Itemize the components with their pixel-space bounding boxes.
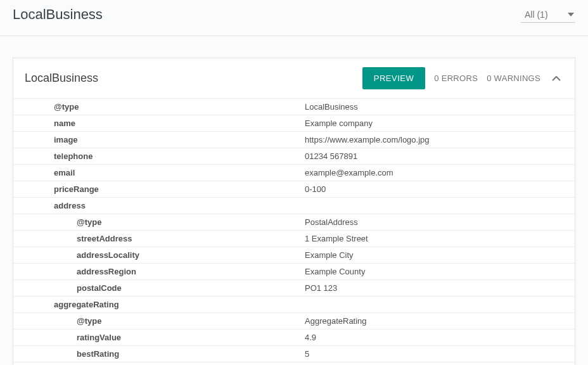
card-title: LocalBusiness (25, 72, 98, 85)
property-value: Example City (305, 248, 575, 262)
page-title: LocalBusiness (13, 6, 103, 23)
property-key: bestRating (13, 347, 305, 361)
property-value: 4.9 (305, 330, 575, 345)
property-key: address (13, 198, 305, 213)
property-key: name (13, 116, 305, 131)
preview-button[interactable]: PREVIEW (362, 67, 425, 89)
property-key: addressLocality (13, 248, 305, 262)
property-key: @type (13, 99, 305, 114)
property-value: Example County (305, 264, 575, 279)
property-key: telephone (13, 149, 305, 163)
property-value (305, 203, 575, 208)
table-row: priceRange 0-100 (13, 181, 575, 197)
property-value: LocalBusiness (305, 99, 575, 114)
filter-label: All (1) (525, 10, 548, 20)
table-row: ratingValue 4.9 (13, 329, 575, 345)
table-row-group: aggregateRating (13, 296, 575, 312)
table-row: telephone 01234 567891 (13, 148, 575, 164)
table-row: streetAddress 1 Example Street (13, 230, 575, 247)
property-key: @type (13, 215, 305, 229)
property-key: aggregateRating (13, 297, 305, 312)
table-row: ratingCount 1000 (13, 362, 575, 365)
table-row: addressRegion Example County (13, 263, 575, 279)
warnings-count[interactable]: 0 WARNINGS (487, 74, 540, 83)
result-card: LocalBusiness PREVIEW 0 ERRORS 0 WARNING… (13, 58, 575, 365)
property-value: PO1 123 (305, 281, 575, 295)
property-value: https://www.example.com/logo.jpg (305, 132, 575, 147)
property-value: 5 (305, 347, 575, 361)
table-row: image https://www.example.com/logo.jpg (13, 131, 575, 148)
table-row-group: address (13, 197, 575, 214)
filter-dropdown[interactable]: All (1) (521, 7, 575, 23)
table-row: @type PostalAddress (13, 214, 575, 230)
table-row: email example@example.com (13, 164, 575, 181)
property-key: addressRegion (13, 264, 305, 279)
property-key: @type (13, 314, 305, 328)
table-row: postalCode PO1 123 (13, 279, 575, 296)
property-value: example@example.com (305, 165, 575, 180)
property-key: streetAddress (13, 231, 305, 246)
property-table: @type LocalBusiness name Example company… (13, 98, 575, 365)
property-value: AggregateRating (305, 314, 575, 328)
property-key: ratingValue (13, 330, 305, 345)
property-value: Example company (305, 116, 575, 131)
property-value: 1 Example Street (305, 231, 575, 246)
property-key: email (13, 165, 305, 180)
property-value: PostalAddress (305, 215, 575, 229)
property-key: priceRange (13, 182, 305, 196)
property-value (305, 302, 575, 307)
chevron-up-icon (552, 75, 561, 81)
table-row: @type LocalBusiness (13, 98, 575, 115)
table-row: name Example company (13, 115, 575, 131)
table-row: bestRating 5 (13, 345, 575, 362)
property-key: postalCode (13, 281, 305, 295)
collapse-button[interactable] (549, 73, 563, 84)
caret-down-icon (568, 13, 574, 16)
errors-count[interactable]: 0 ERRORS (434, 74, 478, 83)
table-row: @type AggregateRating (13, 312, 575, 329)
property-key: image (13, 132, 305, 147)
property-value: 0-100 (305, 182, 575, 196)
table-row: addressLocality Example City (13, 247, 575, 263)
property-value: 01234 567891 (305, 149, 575, 163)
